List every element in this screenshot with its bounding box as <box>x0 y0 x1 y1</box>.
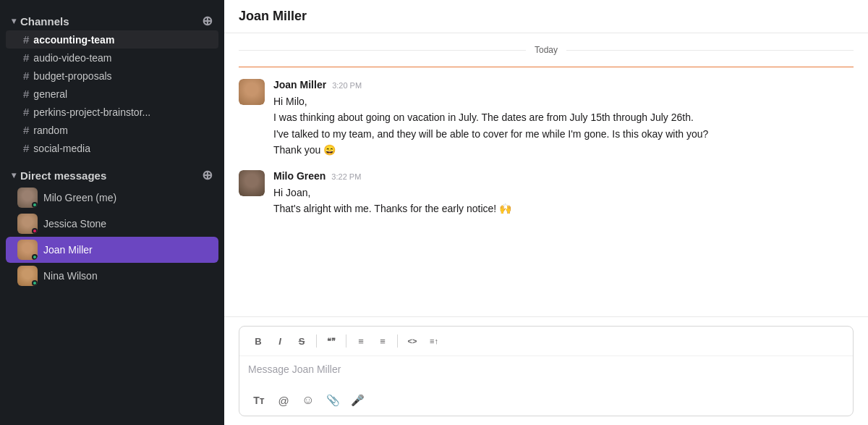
channel-label: perkins-project-brainstor... <box>33 106 150 118</box>
message-author-joan: Joan Miller <box>273 79 326 91</box>
avatar-milo-message <box>239 170 265 196</box>
message-time-joan: 3:20 PM <box>332 81 362 90</box>
sidebar-item-random[interactable]: # random <box>6 121 218 139</box>
message-text-joan: Hi Milo, I was thinking about going on v… <box>273 93 854 159</box>
status-dot-online <box>32 254 38 260</box>
avatar-jessica <box>17 214 38 234</box>
message-input[interactable]: Message Joan Miller <box>239 356 853 385</box>
channels-header[interactable]: ▾ Channels ⊕ <box>0 12 224 30</box>
composer: B I S ❝❞ ≡ ≡ <> ≡↑ Message Joan Miller T… <box>224 316 868 425</box>
dm-name-milo: Milo Green (me) <box>43 192 116 203</box>
channels-header-left: ▾ Channels <box>12 15 69 28</box>
status-dot-dnd <box>32 228 38 234</box>
message-avatar-milo <box>239 170 265 196</box>
page-title: Joan Miller <box>239 9 307 23</box>
status-dot-online <box>32 280 38 286</box>
channel-label: audio-video-team <box>33 52 111 64</box>
channel-label: accounting-team <box>33 34 114 46</box>
avatar-joan-message <box>239 79 265 105</box>
unordered-list-button[interactable]: ≡ <box>373 331 393 351</box>
ordered-list-button[interactable]: ≡ <box>351 331 371 351</box>
hash-icon: # <box>23 70 29 82</box>
hash-icon: # <box>23 51 29 64</box>
divider-line-left <box>239 50 526 51</box>
dm-chevron-icon: ▾ <box>12 170 16 180</box>
dm-name-nina: Nina Wilson <box>43 270 98 282</box>
hash-icon: # <box>23 106 29 118</box>
message-time-milo: 3:22 PM <box>331 172 361 181</box>
message-row: Milo Green 3:22 PM Hi Joan, That's alrig… <box>239 164 854 223</box>
dm-name-joan: Joan Miller <box>43 244 93 256</box>
divider-line-right <box>566 50 854 51</box>
message-author-milo: Milo Green <box>273 170 326 182</box>
new-message-divider <box>239 67 854 67</box>
blockquote-button[interactable]: ❝❞ <box>321 331 341 351</box>
dm-name-jessica: Jessica Stone <box>43 218 106 230</box>
dm-header[interactable]: ▾ Direct messages ⊕ <box>0 166 224 185</box>
sidebar-item-nina-wilson[interactable]: Nina Wilson <box>6 263 218 289</box>
code-block-button[interactable]: ≡↑ <box>424 331 444 351</box>
channels-add-icon[interactable]: ⊕ <box>202 14 213 28</box>
sidebar-item-milo-green[interactable]: Milo Green (me) <box>6 185 218 211</box>
sidebar-item-jessica-stone[interactable]: Jessica Stone <box>6 211 218 237</box>
hash-icon: # <box>23 124 29 136</box>
composer-toolbar: B I S ❝❞ ≡ ≡ <> ≡↑ <box>239 327 853 356</box>
code-button[interactable]: <> <box>402 331 422 351</box>
emoji-button[interactable]: ☺ <box>297 390 319 411</box>
sidebar-item-joan-miller[interactable]: Joan Miller <box>6 237 218 263</box>
dm-section: ▾ Direct messages ⊕ Milo Green (me) Jess… <box>0 166 224 289</box>
message-header-joan: Joan Miller 3:20 PM <box>273 79 854 91</box>
message-avatar-joan <box>239 79 265 105</box>
message-content-milo: Milo Green 3:22 PM Hi Joan, That's alrig… <box>273 170 854 217</box>
channels-section: ▾ Channels ⊕ # accounting-team # audio-v… <box>0 12 224 157</box>
text-format-button[interactable]: Tт <box>248 390 270 411</box>
sidebar-item-budget-proposals[interactable]: # budget-proposals <box>6 67 218 85</box>
channels-label: Channels <box>20 15 69 28</box>
main-content: Joan Miller Today Joan Miller 3:20 PM Hi… <box>224 0 868 425</box>
messages-area: Today Joan Miller 3:20 PM Hi Milo, I was… <box>224 33 868 316</box>
composer-placeholder: Message Joan Miller <box>248 363 341 375</box>
attach-button[interactable]: 📎 <box>322 390 344 411</box>
sidebar-item-audio-video-team[interactable]: # audio-video-team <box>6 49 218 67</box>
mention-button[interactable]: @ <box>273 390 294 411</box>
voice-button[interactable]: 🎤 <box>346 390 368 411</box>
message-text-milo: Hi Joan, That's alright with me. Thanks … <box>273 185 854 217</box>
sidebar-item-social-media[interactable]: # social-media <box>6 139 218 157</box>
avatar-joan <box>17 240 38 260</box>
sidebar: ▾ Channels ⊕ # accounting-team # audio-v… <box>0 0 224 425</box>
sidebar-item-perkins-project[interactable]: # perkins-project-brainstor... <box>6 103 218 121</box>
toolbar-divider <box>316 334 317 348</box>
channel-label: general <box>33 88 67 100</box>
toolbar-divider <box>397 334 398 348</box>
dm-label: Direct messages <box>20 169 106 182</box>
composer-actions: Tт @ ☺ 📎 🎤 <box>239 385 853 416</box>
status-dot-online <box>32 202 38 208</box>
sidebar-item-general[interactable]: # general <box>6 85 218 103</box>
message-content-joan: Joan Miller 3:20 PM Hi Milo, I was think… <box>273 79 854 159</box>
main-header: Joan Miller <box>224 0 868 33</box>
bold-button[interactable]: B <box>248 331 268 351</box>
sidebar-item-accounting-team[interactable]: # accounting-team <box>6 30 218 49</box>
avatar-nina <box>17 266 38 286</box>
date-divider: Today <box>239 45 854 55</box>
message-row: Joan Miller 3:20 PM Hi Milo, I was think… <box>239 73 854 164</box>
italic-button[interactable]: I <box>270 331 290 351</box>
dm-header-left: ▾ Direct messages <box>12 169 106 182</box>
strikethrough-button[interactable]: S <box>292 331 312 351</box>
date-divider-text: Today <box>526 45 566 55</box>
channel-label: budget-proposals <box>33 70 111 82</box>
channels-chevron-icon: ▾ <box>12 16 16 26</box>
toolbar-divider <box>346 334 346 348</box>
channel-label: social-media <box>33 143 90 154</box>
hash-icon: # <box>23 142 29 154</box>
channel-label: random <box>33 125 67 136</box>
hash-icon: # <box>23 33 29 46</box>
composer-box: B I S ❝❞ ≡ ≡ <> ≡↑ Message Joan Miller T… <box>239 326 854 416</box>
dm-add-icon[interactable]: ⊕ <box>202 169 213 182</box>
hash-icon: # <box>23 88 29 100</box>
message-header-milo: Milo Green 3:22 PM <box>273 170 854 182</box>
avatar-milo <box>17 188 38 208</box>
